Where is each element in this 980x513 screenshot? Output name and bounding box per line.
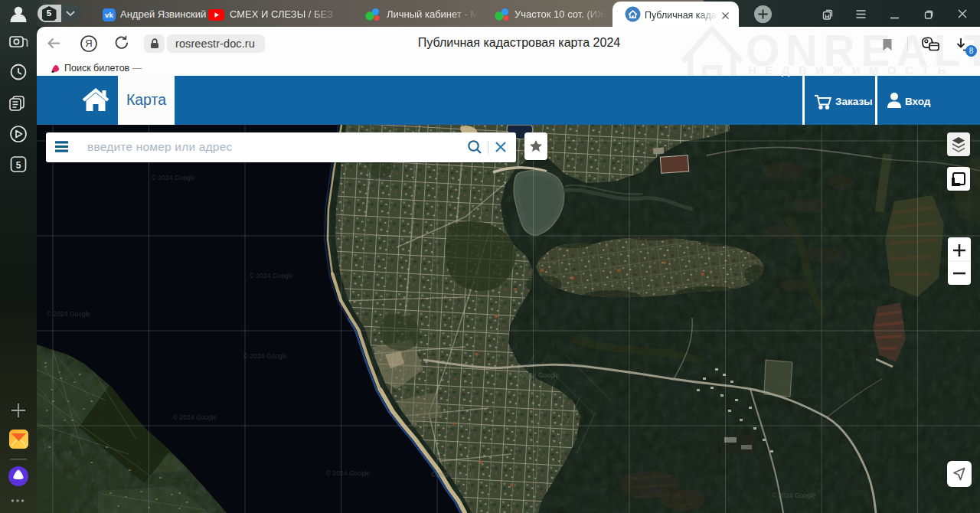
svg-text:© 2024 Google: © 2024 Google xyxy=(250,272,294,279)
svg-text:© 2024 Google: © 2024 Google xyxy=(431,471,475,479)
svg-text:© 2024 Google: © 2024 Google xyxy=(173,413,217,421)
svg-text:© 2024 Google: © 2024 Google xyxy=(243,352,288,360)
svg-text:© 2024 Google: © 2024 Google xyxy=(326,469,371,477)
svg-text:© 2024 Google: © 2024 Google xyxy=(515,371,560,379)
svg-text:© 2024 Google: © 2024 Google xyxy=(772,492,816,499)
svg-text:5: 5 xyxy=(16,160,21,171)
svg-text:© 2024 Google: © 2024 Google xyxy=(152,174,196,181)
svg-text:© 2024 Google: © 2024 Google xyxy=(47,310,91,318)
svg-text:© 2024 Google: © 2024 Google xyxy=(349,174,394,181)
